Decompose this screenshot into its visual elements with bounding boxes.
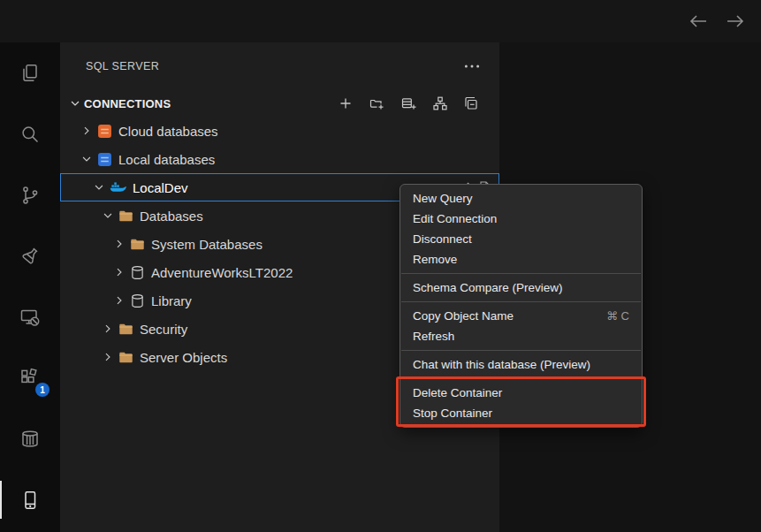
activity-item-explorer[interactable] (0, 42, 60, 103)
activity-bar: 1 (0, 42, 60, 532)
activity-item-sql-server[interactable] (0, 469, 60, 530)
database-icon (130, 265, 145, 280)
activity-item-containers[interactable] (0, 408, 60, 469)
activity-item-extensions[interactable]: 1 (0, 347, 60, 408)
monitor-blocked-icon (19, 307, 41, 328)
chevron-right-icon[interactable] (80, 125, 94, 137)
menu-item-refresh[interactable]: Refresh (400, 326, 642, 346)
shortcut-label: ⌘ C (606, 309, 629, 323)
add-server-group-icon[interactable] (401, 96, 416, 110)
menu-item-delete-container[interactable]: Delete Container (400, 383, 642, 403)
folder-icon (118, 209, 133, 224)
cloud-databases-icon (97, 124, 112, 139)
tree-item-local-databases[interactable]: Local databases (60, 145, 499, 173)
sql-server-icon (19, 490, 41, 511)
chevron-down-icon (69, 97, 81, 110)
menu-item-schema-compare[interactable]: Schema Compare (Preview) (400, 277, 642, 298)
menu-separator (401, 378, 641, 379)
source-control-icon (19, 185, 41, 206)
menu-item-copy-object-name[interactable]: Copy Object Name ⌘ C (400, 306, 642, 326)
chevron-down-icon[interactable] (80, 153, 94, 165)
connections-toolbar (339, 96, 478, 110)
folder-icon (118, 350, 133, 365)
extensions-badge: 1 (35, 383, 49, 397)
chevron-right-icon[interactable] (101, 323, 115, 335)
tree-item-cloud-databases[interactable]: Cloud databases (60, 117, 499, 145)
activity-item-source-control[interactable] (0, 164, 60, 225)
activity-item-testing[interactable] (0, 225, 60, 286)
arrow-left-icon (689, 14, 708, 28)
connections-section-header[interactable]: CONNECTIONS (60, 90, 499, 117)
folder-icon (130, 237, 145, 252)
chevron-right-icon[interactable] (112, 238, 126, 250)
menu-item-edit-connection[interactable]: Edit Connection (400, 209, 642, 229)
ellipsis-icon (464, 64, 480, 69)
forward-button[interactable] (724, 12, 747, 30)
menu-separator (401, 273, 641, 274)
menu-item-stop-container[interactable]: Stop Container (400, 403, 642, 423)
sidebar-title: SQL SERVER (86, 60, 159, 72)
menu-separator (401, 350, 641, 351)
more-actions-button[interactable] (464, 64, 480, 69)
menu-item-chat-with-database[interactable]: Chat with this database (Preview) (400, 354, 642, 375)
back-button[interactable] (687, 12, 710, 30)
container-barrel-icon (19, 429, 41, 450)
vscode-window: 1 (0, 0, 761, 532)
files-copy-icon (19, 63, 41, 84)
menu-item-new-query[interactable]: New Query (400, 188, 642, 209)
local-databases-icon (97, 152, 112, 167)
chevron-right-icon[interactable] (101, 351, 115, 363)
connections-section-label: CONNECTIONS (84, 97, 339, 110)
database-icon (130, 293, 145, 308)
titlebar (0, 0, 761, 42)
server-hierarchy-icon[interactable] (433, 96, 447, 110)
flask-icon (19, 246, 41, 267)
activity-item-remote-explorer[interactable] (0, 286, 60, 347)
chevron-right-icon[interactable] (112, 294, 126, 307)
search-icon (19, 124, 41, 145)
chevron-right-icon[interactable] (112, 266, 126, 278)
context-menu: New Query Edit Connection Disconnect Rem… (400, 184, 643, 428)
menu-item-remove[interactable]: Remove (400, 249, 642, 270)
activity-item-search[interactable] (0, 103, 60, 164)
docker-whale-icon (110, 181, 126, 194)
chevron-down-icon[interactable] (101, 209, 115, 222)
chevron-down-icon[interactable] (92, 181, 106, 194)
collapse-all-icon[interactable] (464, 96, 478, 110)
menu-separator (401, 301, 641, 302)
menu-item-disconnect[interactable]: Disconnect (400, 229, 642, 249)
add-connection-icon[interactable] (339, 96, 353, 110)
folder-icon (118, 322, 133, 337)
arrow-right-icon (726, 14, 745, 28)
history-nav (687, 12, 747, 30)
sidebar-header: SQL SERVER (60, 42, 499, 90)
new-connection-group-icon[interactable] (369, 96, 384, 110)
